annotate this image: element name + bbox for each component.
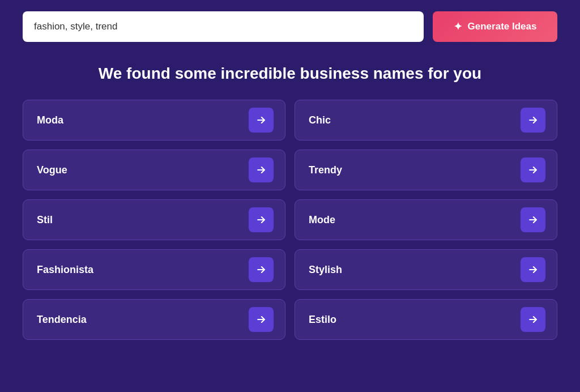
- result-card-label: Mode: [309, 214, 335, 226]
- results-grid: Moda Chic Vogue: [23, 100, 557, 340]
- result-card-label: Vogue: [37, 164, 67, 176]
- result-card-label: Stil: [37, 214, 53, 226]
- generate-button[interactable]: ✦ Generate Ideas: [433, 11, 557, 42]
- result-card-label: Chic: [309, 114, 331, 126]
- result-card-label: Stylish: [309, 264, 342, 276]
- result-card[interactable]: Mode: [295, 199, 557, 240]
- result-card[interactable]: Estilo: [295, 299, 557, 340]
- section-title: We found some incredible business names …: [23, 65, 557, 83]
- result-card[interactable]: Stylish: [295, 249, 557, 290]
- arrow-button[interactable]: [521, 207, 545, 232]
- arrow-button[interactable]: [249, 257, 274, 282]
- arrow-button[interactable]: [521, 257, 545, 282]
- result-card[interactable]: Moda: [23, 100, 285, 140]
- arrow-button[interactable]: [521, 108, 545, 133]
- arrow-button[interactable]: [521, 157, 545, 182]
- result-card[interactable]: Vogue: [23, 150, 285, 190]
- header-row: ✦ Generate Ideas: [23, 11, 557, 42]
- result-card[interactable]: Fashionista: [23, 249, 285, 290]
- arrow-button[interactable]: [249, 307, 274, 332]
- arrow-button[interactable]: [521, 307, 545, 332]
- arrow-button[interactable]: [249, 207, 274, 232]
- sparkle-icon: ✦: [454, 20, 462, 33]
- result-card-label: Moda: [37, 114, 63, 126]
- result-card[interactable]: Trendy: [295, 150, 557, 190]
- search-input[interactable]: [23, 11, 424, 42]
- result-card-label: Trendy: [309, 164, 342, 176]
- generate-button-label: Generate Ideas: [468, 21, 537, 32]
- result-card-label: Tendencia: [37, 314, 87, 326]
- result-card-label: Estilo: [309, 314, 336, 326]
- result-card-label: Fashionista: [37, 264, 93, 276]
- result-card[interactable]: Stil: [23, 199, 285, 240]
- result-card[interactable]: Chic: [295, 100, 557, 140]
- arrow-button[interactable]: [249, 157, 274, 182]
- arrow-button[interactable]: [249, 108, 274, 133]
- result-card[interactable]: Tendencia: [23, 299, 285, 340]
